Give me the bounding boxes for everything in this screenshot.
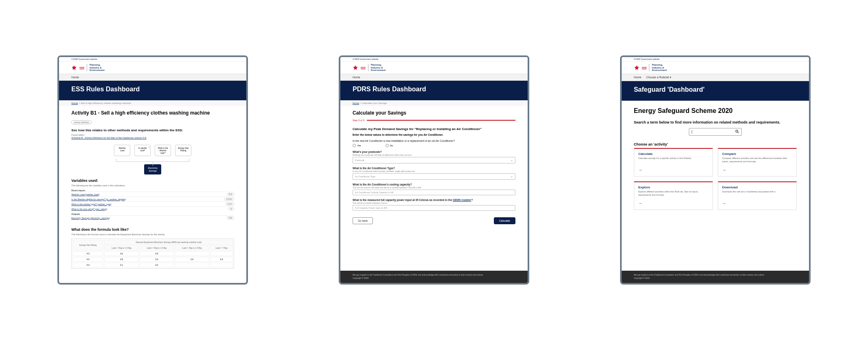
footer-ack: We pay respect to the Traditional Custod… (353, 273, 515, 276)
svg-point-0 (736, 130, 738, 132)
tile-desc: Calculate savings for a specific activit… (638, 157, 708, 165)
activity-badge: Activity Definition (71, 120, 92, 124)
variable-row[interactable]: Electricity Savings (electricity_savings… (71, 215, 234, 220)
table-row: 5.0 3.1 3.2 (72, 263, 233, 267)
type-hint: Is your Air Conditioner wall-mounted, po… (353, 170, 515, 172)
step-progress-icon (367, 120, 515, 121)
gov-label: A NSW Government website (59, 57, 246, 62)
search-input[interactable] (689, 128, 742, 136)
nav-home[interactable]: Home (634, 76, 642, 79)
postcode-select[interactable]: Postcode ⌄ (353, 157, 515, 163)
brand-line: Environment (90, 69, 105, 72)
variable-row[interactable]: What is the star rating? (star_rating) i… (71, 206, 234, 211)
type-select[interactable]: Air Conditioner Type ⌄ (353, 173, 515, 180)
choose-activity-heading: Choose an 'activity' (634, 142, 797, 146)
table-header: Energy Star Rating (72, 240, 103, 250)
flow-box[interactable]: Energy Star Rating (175, 145, 191, 156)
capacity-hint: This can be found in the label and will … (353, 186, 515, 189)
relates-heading: See how this relates to other methods an… (71, 128, 234, 132)
nav-home[interactable]: Home (353, 76, 360, 79)
ess-dashboard-card: A NSW Government website NSW Planning, I… (57, 55, 248, 285)
go-back-button[interactable]: Go back (353, 217, 373, 224)
breadcrumb-home[interactable]: Home (353, 102, 359, 104)
brand-separator (649, 64, 649, 71)
radio-group: Yes No (353, 144, 515, 147)
tile-title: Download (722, 185, 792, 189)
brand-separator (87, 64, 87, 71)
table-subheader: Load > 4kg to ≤ 6.5kg (175, 245, 209, 250)
nsw-label: NSW (642, 66, 647, 69)
radio-no[interactable]: No (386, 144, 393, 147)
search-icon (735, 130, 739, 134)
breadcrumb-current: Calculate your Savings (362, 102, 387, 104)
activity-heading: Activity B1 - Sell a high efficiency clo… (71, 110, 234, 116)
variables-intro: The following are the variables used in … (71, 184, 234, 188)
tile-calculate[interactable]: Calculate Calculate savings for a specif… (634, 148, 713, 177)
arrow-right-icon: → (722, 168, 792, 172)
nsw-label: NSW (79, 66, 84, 69)
nav-home[interactable]: Home (71, 76, 79, 79)
calc-subheading: Calculate my Peak Demand Savings for "Re… (353, 127, 515, 131)
capacity-label: What is the Air Conditioner's cooling ca… (353, 183, 515, 186)
brand-text: Planning, Industry & Environment (371, 64, 386, 72)
content: Activity B1 - Sell a high efficiency clo… (59, 106, 246, 283)
variable-row[interactable]: Washer Load (washer_load) float (71, 192, 234, 196)
tile-compare[interactable]: Compare Compare different activities and… (718, 148, 797, 177)
search-prompt: Search a term below to find more informa… (634, 120, 797, 125)
flow-box[interactable]: What is the Washer type? (155, 145, 171, 156)
capacity-input[interactable]: Air Conditioner Cooling Capacity in kW (353, 190, 515, 195)
page-title: Safeguard 'Dashboard' (622, 81, 809, 101)
tile-desc: Explore different activities within this… (638, 190, 708, 199)
breadcrumb-home[interactable]: Home (71, 102, 78, 104)
power-input[interactable]: Full Capacity Power Input at 35C (353, 205, 515, 211)
flow-diagram: Washer Load Is washer sold? What is the … (71, 145, 234, 156)
brand-separator (368, 64, 368, 71)
brand-text: Planning, Industry & Environment (90, 64, 105, 72)
content: Calculate your Savings Step 3 of 3 Calcu… (340, 106, 528, 271)
gems-link[interactable]: GEMS register (453, 199, 471, 201)
power-hint: This will be a number between 0 and 1. (353, 202, 515, 204)
formula-heading: What does the formula look like? (71, 227, 234, 232)
footer-copyright: Copyright © 2019 (353, 276, 515, 280)
table-row: 4.0 2.6 3.5 (72, 251, 233, 256)
table-subheader: Load > 7.0kg (210, 245, 233, 250)
scheme-heading: Energy Safeguard Scheme 2020 (634, 107, 797, 115)
radio-icon (386, 144, 389, 147)
footer: We pay respect to the Traditional Custod… (622, 271, 809, 283)
radio-icon (353, 144, 356, 147)
brand-line: Industry & (90, 66, 105, 69)
nav-bar: Home (340, 74, 528, 81)
flow-box[interactable]: Is washer sold? (134, 145, 151, 156)
gov-label: A NSW Government website (340, 57, 528, 62)
step-indicator: Step 3 of 3 (353, 119, 515, 121)
tile-desc: Compare different activities and see the… (722, 157, 792, 165)
cursor-icon (692, 130, 735, 134)
found-within-label: Found within: (71, 134, 234, 137)
header: NSW Planning, Industry & Environment (622, 62, 809, 74)
header: NSW Planning, Industry & Environment (59, 62, 246, 74)
button-row: Go back Calculate (353, 217, 515, 224)
tile-desc: Download the rule set or Guidelines asso… (722, 190, 792, 199)
table-subheader: Load > 4kg to ≤ 6.5kg (140, 245, 174, 250)
calculate-button[interactable]: Calculate (494, 217, 515, 224)
variable-row[interactable]: Is the Washer eligible for savings? (is_… (71, 196, 234, 201)
tiles-grid: Calculate Calculate savings for a specif… (634, 148, 797, 210)
tile-download[interactable]: Download Download the rule set or Guidel… (718, 181, 797, 210)
formula-intro: The following is the formula used to cal… (71, 233, 234, 236)
enter-values-label: Enter the below values to determine the … (353, 133, 515, 136)
variable-row[interactable]: What is the washer type? (washer_type) e… (71, 201, 234, 206)
schedule-link[interactable]: Schedule B - Activity Definitions for th… (71, 137, 234, 140)
postcode-hint: Entering your postcode will help us dete… (353, 154, 515, 156)
variables-heading: Variables used: (71, 179, 234, 183)
page-title: PDRS Rules Dashboard (340, 81, 528, 100)
flow-box[interactable]: Washer Load (114, 145, 130, 156)
calc-heading: Calculate your Savings (353, 110, 515, 116)
radio-yes[interactable]: Yes (353, 144, 361, 147)
safeguard-dashboard-card: A NSW Government website NSW Planning, I… (620, 55, 811, 285)
footer-ack: We pay respect to the Traditional Custod… (634, 273, 797, 276)
nav-choose-ruleset[interactable]: Choose a Ruleset ▾ (646, 76, 671, 79)
step-label: Step 3 of 3 (353, 119, 364, 121)
nsw-logo-icon (353, 65, 358, 71)
footer-copyright: Copyright © 2019 (634, 276, 797, 280)
tile-explore[interactable]: Explore Explore different activities wit… (634, 181, 713, 210)
